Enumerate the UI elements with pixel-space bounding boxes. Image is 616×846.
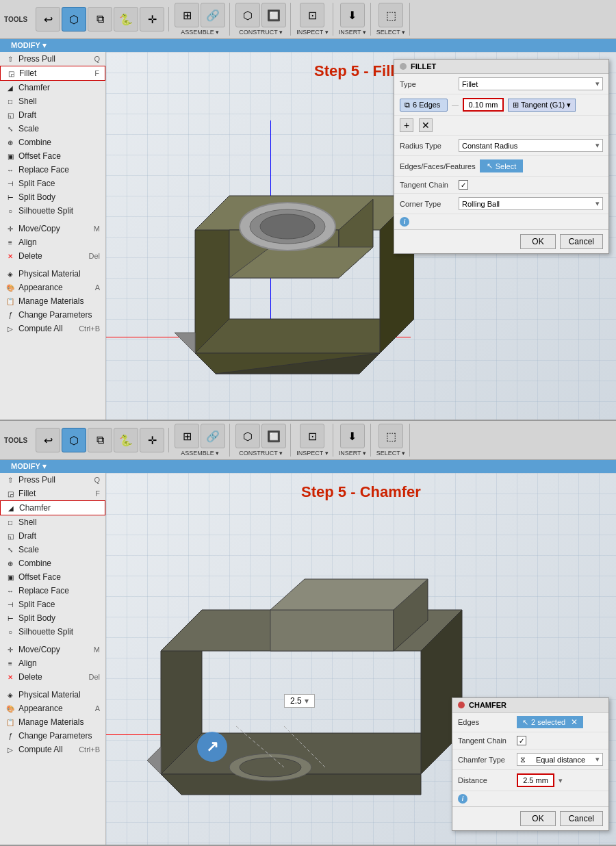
joint-icon-bottom[interactable]: 🔗 <box>201 424 225 448</box>
back-icon-bottom[interactable]: ↩ <box>36 428 60 452</box>
insert-group-bottom[interactable]: ⬇ INSERT <box>335 424 371 457</box>
sidebar-item-appearance-top[interactable]: 🎨 Appearance A <box>0 281 105 294</box>
sidebar-item-split-body-bottom[interactable]: ⊢ Split Body <box>0 611 105 625</box>
sidebar-item-compute-all-bottom[interactable]: ▷ Compute All Ctrl+B <box>0 743 105 756</box>
fillet-edges-badge[interactable]: ⧉ 6 Edges <box>400 99 448 112</box>
sidebar-item-align-top[interactable]: ≡ Align <box>0 235 105 249</box>
inspect-label-top[interactable]: INSPECT <box>296 29 328 36</box>
sidebar-item-delete-top[interactable]: ✕ Delete Del <box>0 249 105 263</box>
sidebar-item-split-body-top[interactable]: ⊢ Split Body <box>0 190 105 204</box>
sidebar-item-chamfer-bottom[interactable]: ◢ Chamfer <box>0 500 105 515</box>
sidebar-item-fillet-bottom[interactable]: ◲ Fillet F <box>0 487 105 500</box>
python-icon-bottom[interactable]: 🐍 <box>114 428 138 452</box>
back-icon[interactable]: ↩ <box>36 7 60 31</box>
chamfer-type-select[interactable]: ⧖ Equal distance <box>517 753 603 766</box>
sidebar-item-manage-materials-bottom[interactable]: 📋 Manage Materials <box>0 715 105 729</box>
sidebar-item-fillet-top[interactable]: ◲ Fillet F <box>0 66 105 81</box>
new-component-icon[interactable]: ⬡ <box>62 7 86 31</box>
construct2-icon-bottom[interactable]: 🔲 <box>261 424 286 448</box>
sidebar-item-draft-top[interactable]: ◱ Draft <box>0 108 105 122</box>
assemble-group-top[interactable]: ⊞ 🔗 ASSEMBLE <box>170 3 230 36</box>
sidebar-item-split-face-top[interactable]: ⊣ Split Face <box>0 177 105 190</box>
fillet-cancel-button[interactable]: Cancel <box>560 234 603 249</box>
assemble-label-top[interactable]: ASSEMBLE <box>181 29 219 36</box>
assemble-group-bottom[interactable]: ⊞ 🔗 ASSEMBLE <box>170 424 230 457</box>
sidebar-item-split-face-bottom[interactable]: ⊣ Split Face <box>0 598 105 611</box>
inspect-label-bottom[interactable]: INSPECT <box>296 450 328 457</box>
dim-dropdown[interactable]: ▾ <box>305 696 309 706</box>
corner-type-select[interactable]: Rolling Ball <box>459 197 603 210</box>
sidebar-item-combine-top[interactable]: ⊕ Combine <box>0 136 105 149</box>
sidebar-item-appearance-bottom[interactable]: 🎨 Appearance A <box>0 702 105 715</box>
sidebar-item-silhouette-split-bottom[interactable]: ○ Silhouette Split <box>0 625 105 639</box>
inspect-icon[interactable]: ⊡ <box>300 3 324 27</box>
select-icon[interactable]: ⬚ <box>378 3 403 27</box>
chamfer-tangent-chain-checkbox[interactable]: ✓ <box>517 736 526 745</box>
sidebar-item-physical-material-top[interactable]: ◈ Physical Material <box>0 267 105 281</box>
insert-icon[interactable]: ⬇ <box>340 3 365 27</box>
sidebar-item-scale-top[interactable]: ⤡ Scale <box>0 122 105 136</box>
assemble-label-bottom[interactable]: ASSEMBLE <box>181 450 219 457</box>
construct-label-bottom[interactable]: CONSTRUCT <box>239 450 283 457</box>
select-group-bottom[interactable]: ⬚ SELECT <box>372 424 410 457</box>
joint-icon[interactable]: 🔗 <box>201 3 225 27</box>
modify-bar-top[interactable]: MODIFY <box>5 40 52 51</box>
inspect-group-bottom[interactable]: ⊡ INSPECT <box>292 424 333 457</box>
sidebar-item-shell-bottom[interactable]: □ Shell <box>0 515 105 529</box>
fillet-dim-input[interactable]: 0.10 mm <box>463 98 504 112</box>
insert-label-top[interactable]: INSERT <box>339 29 366 36</box>
sidebar-item-combine-bottom[interactable]: ⊕ Combine <box>0 556 105 570</box>
move-icon[interactable]: ✛ <box>140 7 164 31</box>
sidebar-item-scale-bottom[interactable]: ⤡ Scale <box>0 543 105 556</box>
sidebar-item-delete-bottom[interactable]: ✕ Delete Del <box>0 670 105 684</box>
fillet-remove-button[interactable]: ✕ <box>419 118 433 132</box>
select-icon-bottom[interactable]: ⬚ <box>378 424 403 448</box>
insert-icon-bottom[interactable]: ⬇ <box>340 424 365 448</box>
chamfer-info-icon[interactable]: i <box>458 794 467 804</box>
chamfer-dist-input[interactable]: 2.5 mm <box>517 773 554 787</box>
chamfer-clear-button[interactable]: ✕ <box>571 717 578 727</box>
sidebar-item-compute-all-top[interactable]: ▷ Compute All Ctrl+B <box>0 322 105 335</box>
modify-bar-bottom[interactable]: MODIFY <box>5 461 52 472</box>
dist-arrow[interactable]: ▾ <box>559 776 563 785</box>
inspect-group-top[interactable]: ⊡ INSPECT <box>292 3 333 36</box>
sidebar-item-press-pull-top[interactable]: ⇧ Press Pull Q <box>0 52 105 66</box>
inspect-icon-bottom[interactable]: ⊡ <box>300 424 324 448</box>
construct-icon-bottom[interactable]: ⬡ <box>235 424 260 448</box>
sidebar-item-change-params-bottom[interactable]: ƒ Change Parameters <box>0 729 105 743</box>
construct-icon[interactable]: ⬡ <box>235 3 260 27</box>
select-label-top[interactable]: SELECT <box>376 29 405 36</box>
new-component-icon-bottom[interactable]: ⬡ <box>62 428 86 452</box>
sidebar-item-physical-material-bottom[interactable]: ◈ Physical Material <box>0 688 105 702</box>
construct-label-top[interactable]: CONSTRUCT <box>239 29 283 36</box>
sidebar-item-move-copy-bottom[interactable]: ✛ Move/Copy M <box>0 643 105 656</box>
construct-group-bottom[interactable]: ⬡ 🔲 CONSTRUCT <box>231 424 291 457</box>
sidebar-item-align-bottom[interactable]: ≡ Align <box>0 656 105 670</box>
select-group-top[interactable]: ⬚ SELECT <box>372 3 410 36</box>
sidebar-item-silhouette-split-top[interactable]: ○ Silhouette Split <box>0 204 105 218</box>
construct2-icon[interactable]: 🔲 <box>261 3 286 27</box>
tangent-option[interactable]: ⊞ Tangent (G1) ▾ <box>508 99 576 112</box>
insert-group-top[interactable]: ⬇ INSERT <box>335 3 371 36</box>
sidebar-item-replace-face-top[interactable]: ↔ Replace Face <box>0 163 105 177</box>
sidebar-item-chamfer-top[interactable]: ◢ Chamfer <box>0 81 105 94</box>
sidebar-item-manage-materials-top[interactable]: 📋 Manage Materials <box>0 294 105 308</box>
select-label-bottom[interactable]: SELECT <box>376 450 405 457</box>
tangent-chain-checkbox[interactable]: ✓ <box>459 180 468 190</box>
sidebar-item-move-copy-top[interactable]: ✛ Move/Copy M <box>0 222 105 235</box>
sidebar-item-offset-face-bottom[interactable]: ▣ Offset Face <box>0 570 105 584</box>
insert-label-bottom[interactable]: INSERT <box>339 450 366 457</box>
sidebar-item-replace-face-bottom[interactable]: ↔ Replace Face <box>0 584 105 598</box>
sidebar-item-shell-top[interactable]: □ Shell <box>0 94 105 108</box>
fillet-add-button[interactable]: + <box>400 118 413 132</box>
assemble-icon-bottom[interactable]: ⊞ <box>175 424 199 448</box>
fillet-type-select[interactable]: Fillet <box>459 77 603 90</box>
sidebar-item-change-params-top[interactable]: ƒ Change Parameters <box>0 308 105 322</box>
copy-icon[interactable]: ⧉ <box>88 7 112 31</box>
fillet-ok-button[interactable]: OK <box>520 234 555 249</box>
chamfer-ok-button[interactable]: OK <box>520 811 555 826</box>
chamfer-cancel-button[interactable]: Cancel <box>560 811 603 826</box>
sidebar-item-offset-face-top[interactable]: ▣ Offset Face <box>0 149 105 163</box>
assemble-icon[interactable]: ⊞ <box>175 3 199 27</box>
move-icon-bottom[interactable]: ✛ <box>140 428 164 452</box>
